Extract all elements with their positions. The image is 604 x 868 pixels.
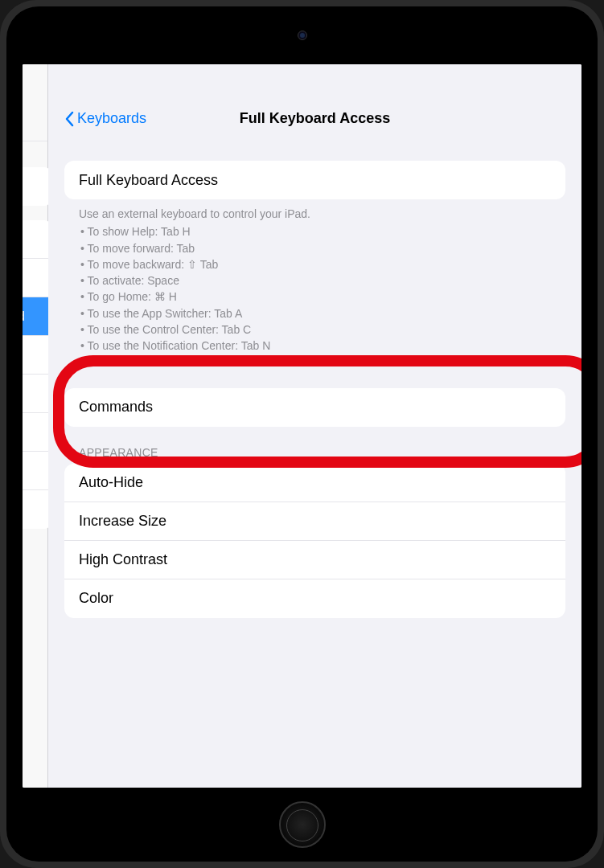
increase-size-row[interactable]: Increase Size [64, 502, 565, 541]
commands-row[interactable]: Commands [64, 388, 565, 427]
commands-group: Commands [64, 388, 565, 427]
nav-bar: Keyboards Full Keyboard Access [48, 64, 581, 135]
row-label: Increase Size [79, 513, 166, 530]
help-item: To activate: Space [79, 272, 551, 289]
help-item: To use the App Switcher: Tab A [79, 305, 551, 321]
content-area: Full Keyboard Access Use an external key… [48, 161, 581, 618]
home-button[interactable] [279, 801, 326, 848]
row-label: High Contrast [79, 551, 167, 568]
color-row[interactable]: Color [64, 579, 565, 618]
page-title: Full Keyboard Access [240, 110, 390, 127]
help-item: To move forward: Tab [79, 240, 551, 256]
sidebar-item-label: Full Keyboard [23, 309, 25, 325]
settings-sidebar: General Access Back Full Keyboard ... ..… [23, 64, 48, 788]
fka-toggle-group: Full Keyboard Access [64, 161, 565, 199]
help-intro: Use an external keyboard to control your… [79, 206, 551, 222]
row-label: Commands [79, 399, 153, 416]
appearance-group: Auto-Hide Increase Size High Contrast Co… [64, 464, 565, 618]
sidebar-header [23, 64, 47, 141]
help-text: Use an external keyboard to control your… [64, 199, 565, 354]
help-item: To use the Control Center: Tab C [79, 321, 551, 338]
detail-pane: Keyboards Full Keyboard Access Full Keyb… [48, 64, 581, 788]
help-item: To move backward: ⇧ Tab [79, 256, 551, 272]
back-label: Keyboards [77, 110, 146, 127]
row-label: Auto-Hide [79, 474, 143, 491]
chevron-left-icon [64, 111, 74, 127]
row-label: Color [79, 590, 113, 607]
fka-toggle-row[interactable]: Full Keyboard Access [64, 161, 565, 199]
help-item: To use the Notification Center: Tab N [79, 338, 551, 354]
auto-hide-row[interactable]: Auto-Hide [64, 464, 565, 502]
high-contrast-row[interactable]: High Contrast [64, 541, 565, 579]
help-item: To go Home: ⌘ H [79, 289, 551, 305]
back-button[interactable]: Keyboards [64, 110, 146, 127]
help-list: To show Help: Tab H To move forward: Tab… [79, 223, 551, 354]
row-label: Full Keyboard Access [79, 172, 218, 189]
help-item: To show Help: Tab H [79, 223, 551, 240]
screen: General Access Back Full Keyboard ... ..… [23, 64, 581, 788]
appearance-header: APPEARANCE [64, 427, 565, 464]
front-camera [298, 31, 307, 40]
